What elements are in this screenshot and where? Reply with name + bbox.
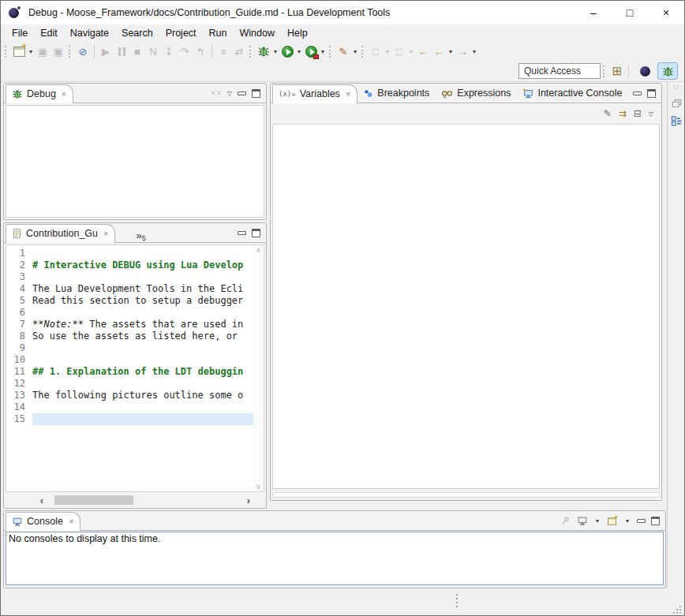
back-button[interactable]: ← (431, 43, 447, 60)
editor-line-5[interactable]: 5Read this section to setup a debugger (6, 295, 253, 307)
display-selected-console-icon[interactable] (577, 515, 588, 526)
open-perspective-button[interactable]: ⊞ (609, 62, 625, 80)
debug-view-menu-icon[interactable]: ▽ (227, 90, 232, 97)
pin-console-icon[interactable] (560, 515, 571, 526)
editor-line-1[interactable]: 1 (6, 248, 253, 259)
scrollbar-thumb[interactable] (54, 495, 133, 505)
editor-line-2[interactable]: 2# Interactive DEBUG using Lua Develop (6, 259, 253, 271)
toolbar-grip[interactable] (249, 46, 253, 58)
profile-dropdown[interactable]: ▾ (319, 48, 327, 55)
status-drag-handle[interactable] (456, 594, 458, 595)
tab-expressions[interactable]: Expressions (436, 84, 517, 103)
profile-button[interactable] (303, 43, 319, 60)
last-edit-location-button[interactable]: ← (415, 43, 431, 60)
editor-line-3[interactable]: 3 (6, 271, 253, 283)
editor-line-7[interactable]: 7**Note:** The assets that are used in (6, 319, 253, 330)
editor-line-4[interactable]: 4The Lua Development Tools in the Ecli (6, 283, 253, 295)
terminate-button[interactable]: ■ (129, 43, 145, 60)
menu-window[interactable]: Window (234, 26, 281, 40)
scroll-down-icon[interactable]: ∨ (256, 483, 261, 491)
forward-button[interactable]: → (455, 43, 470, 60)
debug-view-minimize-button[interactable] (238, 91, 246, 95)
display-console-dropdown[interactable]: ▾ (593, 517, 601, 525)
editor-text[interactable]: 12# Interactive DEBUG using Lua Develop3… (6, 248, 253, 425)
window-close-button[interactable]: × (648, 1, 684, 24)
editor-line-6[interactable]: 6 (6, 307, 253, 319)
remove-terminated-button[interactable]: ×× (211, 88, 222, 99)
editor-line-8[interactable]: 8So use the assets as listed here, or (6, 330, 253, 342)
use-step-filters-button[interactable]: ≡ (215, 43, 231, 60)
window-maximize-button[interactable]: □ (612, 1, 648, 24)
tab-editor-close-icon[interactable]: × (103, 229, 108, 238)
variables-view-maximize-button[interactable] (647, 89, 656, 98)
debug-dropdown[interactable]: ▾ (271, 48, 279, 55)
editor-line-12[interactable]: 12 (6, 378, 253, 390)
editor-vertical-scrollbar[interactable]: ∧ ∨ (253, 245, 264, 491)
toolbar-grip[interactable] (603, 65, 607, 77)
forward-dropdown[interactable]: ▾ (470, 48, 478, 55)
editor-more-tabs-chevron[interactable]: »5 (136, 230, 145, 242)
suspend-button[interactable] (114, 43, 129, 60)
menu-search[interactable]: Search (115, 26, 159, 40)
skip-all-breakpoints-button[interactable]: ⊘ (75, 43, 91, 60)
toolbar-grip[interactable] (329, 46, 333, 58)
back-dropdown[interactable]: ▾ (447, 48, 455, 55)
run-dropdown[interactable]: ▾ (295, 48, 303, 55)
debug-view-maximize-button[interactable] (252, 89, 260, 98)
trim-drag-handle[interactable]: ∷ (674, 84, 679, 91)
console-content[interactable]: No consoles to display at this time. (6, 532, 664, 585)
window-resize-grip[interactable] (679, 612, 681, 614)
restore-views-icon[interactable] (671, 98, 683, 109)
editor-horizontal-scrollbar[interactable]: ‹ › (37, 495, 253, 506)
tab-debug-close-icon[interactable]: × (62, 89, 66, 99)
editor-line-14[interactable]: 14 (6, 401, 253, 413)
quick-access-input[interactable]: Quick Access (518, 63, 601, 79)
open-console-icon[interactable]: ✦ (607, 515, 618, 526)
scroll-right-icon[interactable]: › (244, 495, 253, 506)
scrollbar-track[interactable] (47, 495, 244, 505)
editor-line-11[interactable]: 11## 1. Explanation of the LDT debuggin (6, 366, 253, 378)
resume-button[interactable]: ▶ (98, 43, 114, 60)
external-tools-dropdown[interactable]: ▾ (351, 48, 359, 55)
tab-debug[interactable]: Debug × (6, 84, 73, 103)
save-button[interactable]: ▣ (35, 43, 51, 60)
perspective-ldt-button[interactable] (634, 62, 655, 80)
save-all-button[interactable]: ▣ (51, 43, 66, 60)
toolbar-grip[interactable] (361, 46, 365, 58)
collapse-all-button[interactable]: ⊟ (634, 108, 642, 119)
menu-help[interactable]: Help (281, 26, 314, 40)
variables-view-minimize-button[interactable] (633, 91, 642, 95)
outline-view-icon[interactable] (671, 115, 683, 127)
open-console-dropdown[interactable]: ▾ (623, 517, 631, 525)
editor-line-10[interactable]: 10 (6, 354, 253, 366)
previous-annotation-button[interactable]: □ (368, 43, 384, 60)
menu-project[interactable]: Project (159, 26, 203, 40)
previous-annotation-dropdown[interactable]: ▾ (384, 48, 391, 55)
tab-console[interactable]: Console × (6, 512, 80, 531)
window-minimize-button[interactable]: – (575, 1, 612, 24)
run-button[interactable] (279, 43, 295, 60)
menu-edit[interactable]: Edit (34, 26, 64, 40)
new-wizard-dropdown[interactable]: ▾ (27, 48, 35, 55)
tab-breakpoints[interactable]: Breakpoints (357, 84, 436, 103)
external-tools-button[interactable]: ✎ (335, 43, 351, 60)
editor-minimize-button[interactable] (238, 231, 246, 235)
console-maximize-button[interactable] (651, 517, 660, 525)
debug-view-content[interactable] (6, 105, 264, 218)
menu-navigate[interactable]: Navigate (64, 26, 115, 40)
toolbar-grip[interactable] (5, 46, 9, 58)
perspective-debug-button[interactable] (657, 62, 678, 80)
tab-editor-contribution-guide[interactable]: Contribution_Gu × (6, 224, 115, 243)
menu-file[interactable]: File (6, 26, 34, 40)
debug-button[interactable] (256, 43, 271, 60)
editor-line-15[interactable]: 15 (6, 413, 253, 425)
scroll-up-icon[interactable]: ∧ (256, 246, 261, 254)
tab-variables[interactable]: (x)= Variables × (272, 84, 357, 103)
console-minimize-button[interactable] (637, 519, 646, 523)
editor-content[interactable]: 12# Interactive DEBUG using Lua Develop3… (6, 245, 264, 492)
tab-console-close-icon[interactable]: × (69, 517, 73, 526)
step-into-button[interactable]: ↧ (161, 43, 177, 60)
show-logical-structure-button[interactable]: ⇉ (619, 108, 627, 119)
editor-line-13[interactable]: 13The following pictures outline some o (6, 390, 253, 401)
toolbar-grip[interactable] (69, 46, 73, 58)
